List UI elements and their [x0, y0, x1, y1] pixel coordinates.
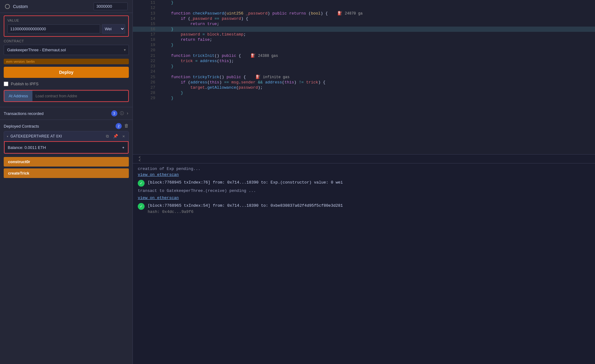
- transactions-row: Transactions recorded 3 ⓘ ›: [0, 107, 133, 120]
- code-area: 11 } 12 13 function checkPassword(uint25…: [133, 0, 595, 154]
- trash-icon[interactable]: 🗑: [124, 123, 129, 129]
- at-address-row: At Address: [4, 90, 129, 102]
- contract-item: ▾ GATEKEEPERTHREE AT 0XI ⧉ 📌 ✕ Balance: …: [4, 131, 129, 154]
- deploy-button[interactable]: Deploy: [4, 67, 129, 78]
- table-row: 11 }: [133, 0, 595, 5]
- table-row: 16 }: [133, 27, 595, 32]
- ipfs-label: Publish to IPFS: [11, 82, 39, 86]
- info-icon[interactable]: ⓘ: [120, 111, 124, 116]
- line-number: 27: [133, 85, 159, 90]
- ipfs-row: Publish to IPFS: [0, 82, 133, 90]
- deployed-label: Deployed Contracts: [4, 124, 113, 129]
- console-tx-text-1: [block:7768945 txIndex:76] from: 0x714..…: [148, 180, 343, 185]
- line-content: return true;: [159, 21, 595, 27]
- contract-select[interactable]: GatekeeperThree - Ethernaut.sol: [4, 45, 129, 55]
- pin-icon[interactable]: 📌: [112, 133, 119, 139]
- collapse-icon[interactable]: ⌄⌄: [138, 156, 144, 162]
- line-number: 16: [133, 27, 159, 32]
- custom-radio[interactable]: [5, 4, 10, 9]
- check-icon-2: ✓: [140, 204, 142, 209]
- console-pending-2: transact to GatekeeperThree.(receive) pe…: [138, 188, 590, 193]
- line-number: 23: [133, 64, 159, 69]
- table-row: 19 }: [133, 42, 595, 48]
- console-area: creation of Exp pending... view on ether…: [133, 163, 595, 364]
- check-circle-2: ✓: [138, 203, 145, 210]
- balance-text: Balance: 0.0011 ETH: [8, 145, 46, 150]
- line-content: password = block.timestamp;: [159, 32, 595, 37]
- table-row: 24: [133, 69, 595, 74]
- line-content: }: [159, 0, 595, 5]
- table-row: 21 function trickInit() public { ⛽ 24388…: [133, 53, 595, 58]
- construct0r-button[interactable]: construct0r: [4, 157, 129, 167]
- custom-label: Custom: [13, 4, 91, 9]
- line-number: 29: [133, 95, 159, 101]
- gas-input[interactable]: [94, 2, 128, 10]
- line-number: 15: [133, 21, 159, 27]
- sparkle-icon[interactable]: ✦: [122, 144, 125, 150]
- table-row: 12: [133, 5, 595, 11]
- line-number: 21: [133, 53, 159, 58]
- table-row: 22 trick = address(this);: [133, 58, 595, 64]
- table-row: 15 return true;: [133, 21, 595, 27]
- line-content: }: [159, 64, 595, 69]
- evm-badge: evm version: berlin: [4, 59, 129, 64]
- transactions-label: Transactions recorded: [4, 111, 109, 116]
- table-row: 28 }: [133, 90, 595, 95]
- copy-icon[interactable]: ⧉: [105, 133, 110, 139]
- contract-select-wrapper: GatekeeperThree - Ethernaut.sol: [4, 45, 129, 55]
- console-tx-2: [block:7768965 txIndex:54] from: 0x714..…: [148, 203, 343, 215]
- close-icon[interactable]: ✕: [121, 133, 126, 139]
- contract-section: CONTRACT GatekeeperThree - Ethernaut.sol: [4, 39, 129, 55]
- line-number: 18: [133, 37, 159, 42]
- line-content: }: [159, 42, 595, 48]
- transactions-chevron-icon[interactable]: ›: [126, 111, 129, 116]
- at-address-button[interactable]: At Address: [4, 91, 32, 101]
- line-number: 20: [133, 48, 159, 53]
- table-row: 18 return false;: [133, 37, 595, 42]
- value-input-row: Wei Gwei Finney Ether: [7, 24, 125, 34]
- line-content: function trickyTrick() public { ⛽ infini…: [159, 74, 595, 80]
- etherscan-link-1[interactable]: view on etherscan: [138, 172, 179, 177]
- collapse-row: ⌄⌄: [133, 154, 595, 163]
- line-content: if (_password == password) {: [159, 16, 595, 21]
- left-panel: Custom VALUE Wei Gwei Finney Ether CONTR…: [0, 0, 133, 364]
- line-content: [159, 48, 595, 53]
- console-success-1: ✓ [block:7768945 txIndex:76] from: 0x714…: [138, 180, 590, 187]
- console-pending-line: creation of Exp pending...: [138, 167, 590, 171]
- table-row: 23 }: [133, 64, 595, 69]
- custom-gas-row: Custom: [0, 0, 133, 13]
- table-row: 20: [133, 48, 595, 53]
- createtrick-button[interactable]: createTrick: [4, 168, 129, 178]
- line-number: 25: [133, 74, 159, 80]
- balance-row: Balance: 0.0011 ETH ✦: [4, 141, 129, 154]
- contract-chevron-down-icon[interactable]: ▾: [6, 134, 9, 138]
- console-tx-text-2b: hash: 0x4dc...9a9f6: [148, 209, 343, 215]
- code-table: 11 } 12 13 function checkPassword(uint25…: [133, 0, 595, 101]
- line-number: 24: [133, 69, 159, 74]
- console-success-2: ✓ [block:7768965 txIndex:54] from: 0x714…: [138, 203, 590, 215]
- check-circle-1: ✓: [138, 180, 145, 187]
- table-row: 26 if (address(this) == msg.sender && ad…: [133, 80, 595, 85]
- table-row: 14 if (_password == password) {: [133, 16, 595, 21]
- table-row: 17 password = block.timestamp;: [133, 32, 595, 37]
- ipfs-checkbox[interactable]: [4, 82, 8, 86]
- transactions-badge: 3: [111, 110, 117, 116]
- etherscan-link-2[interactable]: view on etherscan: [138, 196, 179, 200]
- at-address-input[interactable]: [32, 91, 128, 101]
- value-unit-select[interactable]: Wei Gwei Finney Ether: [102, 24, 125, 34]
- value-section: VALUE Wei Gwei Finney Ether: [4, 15, 129, 37]
- console-link-row-2: view on etherscan: [138, 196, 590, 200]
- value-amount-input[interactable]: [7, 24, 100, 33]
- contract-instance-name: GATEKEEPERTHREE AT 0XI: [11, 134, 103, 138]
- line-content: [159, 5, 595, 11]
- line-number: 26: [133, 80, 159, 85]
- line-content: [159, 69, 595, 74]
- line-content: target.getAllowance(password);: [159, 85, 595, 90]
- console-tx-text-2a: [block:7768965 txIndex:54] from: 0x714..…: [148, 203, 343, 209]
- line-content: }: [159, 90, 595, 95]
- deployed-contracts-header: Deployed Contracts 2 🗑: [0, 120, 133, 131]
- console-tx-1: [block:7768945 txIndex:76] from: 0x714..…: [148, 180, 343, 186]
- line-content: if (address(this) == msg.sender && addre…: [159, 80, 595, 85]
- line-content: function trickInit() public { ⛽ 24388 ga…: [159, 53, 595, 58]
- console-link-row-1: view on etherscan: [138, 172, 590, 177]
